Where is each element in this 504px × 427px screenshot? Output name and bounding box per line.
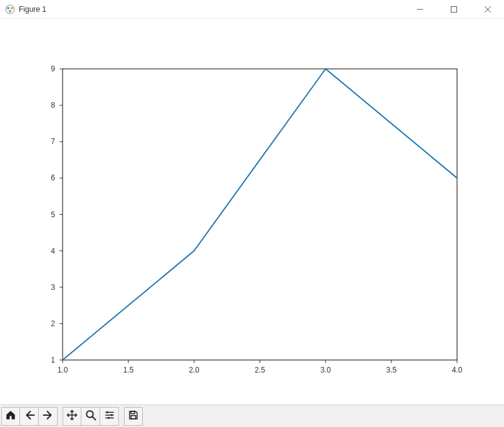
arrow-left-icon (24, 409, 35, 423)
move-icon (66, 409, 78, 423)
chart-area: 1.01.52.02.53.03.54.0123456789 (0, 19, 504, 404)
forward-button[interactable] (39, 407, 58, 426)
svg-text:4.0: 4.0 (452, 366, 463, 374)
svg-text:1.0: 1.0 (58, 366, 68, 374)
svg-text:9: 9 (51, 64, 55, 73)
save-button[interactable] (124, 407, 143, 426)
titlebar: Figure 1 (0, 0, 504, 19)
svg-text:6: 6 (51, 173, 55, 182)
svg-text:7: 7 (51, 137, 55, 146)
maximize-button[interactable] (443, 1, 465, 18)
sliders-icon (104, 409, 115, 423)
svg-point-1 (7, 7, 9, 9)
svg-point-3 (9, 10, 11, 13)
configure-button[interactable] (100, 407, 119, 426)
svg-text:2: 2 (51, 319, 55, 328)
svg-text:8: 8 (51, 101, 55, 110)
svg-point-2 (11, 7, 13, 9)
close-button[interactable] (476, 1, 499, 18)
toolbar (0, 404, 504, 427)
svg-text:2.5: 2.5 (255, 366, 265, 374)
svg-text:3.0: 3.0 (321, 366, 331, 374)
minimize-button[interactable] (409, 1, 431, 18)
svg-rect-5 (451, 6, 457, 12)
svg-line-42 (92, 416, 95, 419)
zoom-button[interactable] (81, 407, 100, 426)
pan-button[interactable] (63, 407, 81, 426)
svg-text:5: 5 (51, 210, 55, 219)
svg-rect-50 (131, 415, 136, 418)
line-chart: 1.01.52.02.53.03.54.0123456789 (0, 19, 504, 404)
svg-rect-48 (108, 417, 109, 419)
svg-rect-49 (131, 411, 135, 414)
home-button[interactable] (1, 407, 20, 426)
svg-rect-8 (63, 69, 457, 360)
home-icon (5, 409, 16, 423)
svg-rect-47 (111, 414, 112, 416)
save-icon (128, 409, 139, 423)
arrow-right-icon (43, 409, 54, 423)
window-title: Figure 1 (19, 5, 409, 14)
zoom-icon (85, 409, 96, 423)
svg-text:1: 1 (51, 356, 55, 364)
window-controls (409, 1, 499, 18)
svg-text:2.0: 2.0 (189, 366, 200, 374)
svg-text:1.5: 1.5 (123, 366, 134, 374)
svg-text:3.5: 3.5 (386, 366, 397, 374)
app-icon (5, 4, 15, 14)
back-button[interactable] (20, 407, 39, 426)
svg-text:3: 3 (51, 283, 55, 292)
svg-rect-46 (106, 411, 108, 413)
svg-text:4: 4 (51, 247, 55, 255)
